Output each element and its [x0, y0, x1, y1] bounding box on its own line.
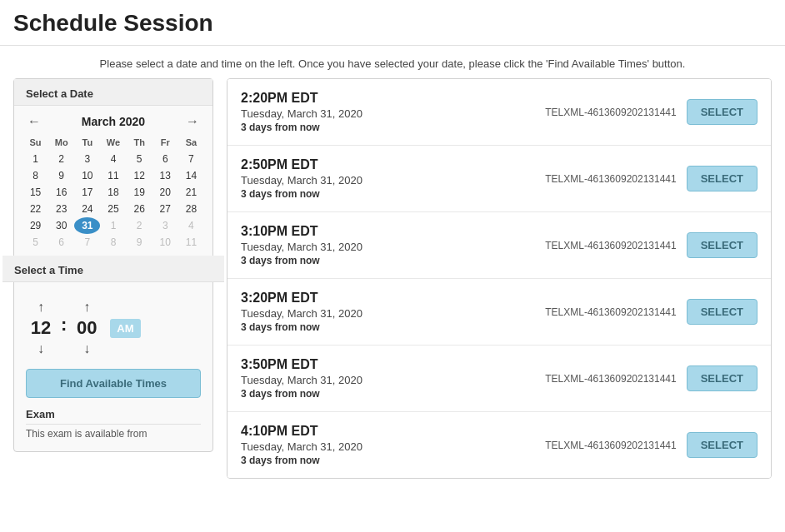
session-row: 4:10PM EDTTuesday, March 31, 20203 days … [228, 412, 771, 478]
calendar-day-cell[interactable]: 1 [100, 217, 126, 234]
session-date: Tuesday, March 31, 2020 [241, 107, 535, 120]
minute-value: 00 [72, 317, 102, 339]
calendar-day-cell[interactable]: 10 [152, 234, 178, 251]
calendar-day-cell[interactable]: 15 [22, 184, 48, 201]
calendar-day-cell[interactable]: 6 [48, 234, 74, 251]
page-title: Schedule Session [13, 10, 772, 37]
calendar-week-row: 567891011 [22, 234, 204, 251]
calendar-day-cell[interactable]: 16 [48, 184, 74, 201]
calendar-day-cell[interactable]: 25 [100, 201, 126, 217]
session-info: 3:20PM EDTTuesday, March 31, 20203 days … [241, 291, 535, 333]
time-colon: : [59, 314, 68, 336]
calendar: ← March 2020 → SuMoTuWeThFrSa 1234567891… [14, 106, 212, 256]
calendar-day-cell[interactable]: 7 [74, 234, 100, 251]
calendar-day-cell[interactable]: 8 [22, 167, 48, 184]
calendar-day-cell[interactable]: 2 [48, 151, 74, 167]
session-date: Tuesday, March 31, 2020 [241, 241, 535, 253]
calendar-day-cell[interactable]: 11 [178, 234, 204, 251]
session-row: 3:20PM EDTTuesday, March 31, 20203 days … [228, 279, 771, 346]
calendar-day-cell[interactable]: 3 [152, 217, 178, 234]
calendar-day-cell[interactable]: 14 [178, 167, 204, 184]
calendar-day-cell[interactable]: 11 [100, 167, 126, 184]
calendar-day-cell[interactable]: 5 [127, 151, 152, 167]
select-session-button[interactable]: SELECT [687, 299, 758, 325]
calendar-day-cell[interactable]: 19 [127, 184, 152, 201]
calendar-week-row: 1234567 [22, 151, 204, 167]
session-info: 2:20PM EDTTuesday, March 31, 20203 days … [241, 91, 535, 133]
prev-month-button[interactable]: ← [22, 112, 46, 131]
date-section-label: Select a Date [14, 79, 212, 106]
session-time: 3:20PM EDT [241, 291, 535, 306]
calendar-day-cell[interactable]: 12 [127, 167, 152, 184]
select-session-button[interactable]: SELECT [687, 99, 758, 125]
ampm-toggle-button[interactable]: AM [110, 319, 140, 338]
session-id: TELXML-4613609202131441 [545, 440, 676, 451]
calendar-day-cell[interactable]: 28 [178, 201, 204, 217]
calendar-week-row: 22232425262728 [22, 201, 204, 217]
session-time: 3:50PM EDT [241, 357, 535, 372]
session-time: 4:10PM EDT [241, 424, 535, 439]
session-time: 2:20PM EDT [241, 91, 535, 106]
calendar-body: 1234567891011121314151617181920212223242… [22, 151, 204, 251]
minute-down-button[interactable]: ↓ [83, 342, 90, 355]
calendar-day-cell[interactable]: 24 [74, 201, 100, 217]
calendar-day-cell[interactable]: 23 [48, 201, 74, 217]
session-info: 3:10PM EDTTuesday, March 31, 20203 days … [241, 224, 535, 266]
hour-value: 12 [26, 317, 56, 339]
time-section: ↑ 12 ↓ : ↑ 00 ↓ AM [14, 289, 212, 360]
session-id: TELXML-4613609202131441 [545, 173, 676, 185]
session-id: TELXML-4613609202131441 [545, 306, 676, 318]
minute-up-button[interactable]: ↑ [83, 301, 90, 314]
calendar-day-cell[interactable]: 26 [127, 201, 152, 217]
select-session-button[interactable]: SELECT [687, 432, 758, 458]
calendar-day-cell[interactable]: 4 [100, 151, 126, 167]
calendar-day-header: Sa [178, 136, 204, 151]
session-date: Tuesday, March 31, 2020 [241, 374, 535, 386]
calendar-day-cell[interactable]: 2 [127, 217, 152, 234]
hour-down-button[interactable]: ↓ [38, 342, 44, 355]
calendar-day-cell[interactable]: 29 [22, 217, 48, 234]
calendar-grid: SuMoTuWeThFrSa 1234567891011121314151617… [22, 136, 204, 251]
calendar-day-cell[interactable]: 27 [152, 201, 178, 217]
calendar-day-cell[interactable]: 1 [22, 151, 48, 167]
calendar-day-cell[interactable]: 9 [48, 167, 74, 184]
calendar-day-header: Su [22, 136, 48, 151]
session-id: TELXML-4613609202131441 [545, 107, 676, 118]
calendar-day-cell[interactable]: 17 [74, 184, 100, 201]
calendar-day-cell[interactable]: 7 [178, 151, 204, 167]
session-date: Tuesday, March 31, 2020 [241, 174, 535, 186]
calendar-day-cell[interactable]: 6 [152, 151, 178, 167]
calendar-day-cell[interactable]: 5 [22, 234, 48, 251]
calendar-day-cell[interactable]: 20 [152, 184, 178, 201]
calendar-day-cell[interactable]: 22 [22, 201, 48, 217]
calendar-day-cell[interactable]: 30 [48, 217, 74, 234]
instruction-text: Please select a date and time on the lef… [13, 46, 772, 78]
calendar-day-headers: SuMoTuWeThFrSa [22, 136, 204, 151]
exam-description: This exam is available from [26, 428, 201, 440]
calendar-day-cell[interactable]: 3 [74, 151, 100, 167]
select-session-button[interactable]: SELECT [687, 365, 758, 391]
calendar-day-cell[interactable]: 9 [127, 234, 152, 251]
calendar-day-cell[interactable]: 10 [74, 167, 100, 184]
find-available-times-button[interactable]: Find Available Times [26, 369, 201, 398]
main-layout: Select a Date ← March 2020 → SuMoTuWeThF… [13, 78, 772, 479]
hour-up-button[interactable]: ↑ [38, 301, 44, 314]
calendar-day-cell[interactable]: 21 [178, 184, 204, 201]
calendar-day-cell[interactable]: 8 [100, 234, 126, 251]
calendar-week-row: 15161718192021 [22, 184, 204, 201]
calendar-day-cell[interactable]: 4 [178, 217, 204, 234]
session-time: 3:10PM EDT [241, 224, 535, 239]
session-from-now: 3 days from now [241, 122, 535, 133]
calendar-day-cell[interactable]: 13 [152, 167, 178, 184]
exam-label: Exam [26, 408, 201, 425]
session-info: 2:50PM EDTTuesday, March 31, 20203 days … [241, 157, 535, 200]
session-from-now: 3 days from now [241, 388, 535, 400]
session-info: 3:50PM EDTTuesday, March 31, 20203 days … [241, 357, 535, 400]
next-month-button[interactable]: → [181, 112, 204, 131]
calendar-day-cell[interactable]: 31 [74, 217, 100, 234]
select-session-button[interactable]: SELECT [687, 166, 758, 191]
select-session-button[interactable]: SELECT [687, 232, 758, 258]
session-row: 2:20PM EDTTuesday, March 31, 20203 days … [228, 79, 771, 146]
calendar-day-cell[interactable]: 18 [100, 184, 126, 201]
session-from-now: 3 days from now [241, 255, 535, 266]
